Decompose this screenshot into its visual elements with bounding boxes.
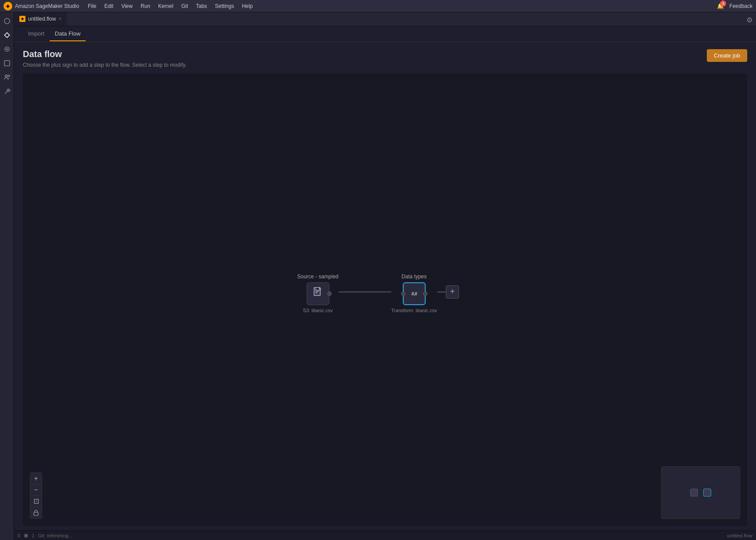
source-node-group: Source - sampled (297, 274, 339, 313)
layout: ◆ untitled.flow × ⚙ Import Data Flow Dat… (0, 12, 756, 540)
datatype-icon: #.# (411, 291, 416, 296)
source-document-icon (313, 287, 323, 300)
page-tabs: Import Data Flow (14, 26, 756, 42)
svg-rect-4 (4, 61, 10, 66)
transform-port-left (401, 292, 405, 296)
zoom-lock-button[interactable] (30, 507, 42, 518)
sidebar-icon-circle[interactable] (1, 43, 13, 55)
status-bar: 0 ▣ 1 Git: refreshing... untitled.flow (14, 530, 756, 540)
transform-port-right (423, 292, 427, 296)
svg-point-6 (8, 75, 10, 77)
source-node-label: Source - sampled (297, 274, 339, 280)
menu-tabs[interactable]: Tabs (192, 2, 210, 10)
mini-source-node (690, 489, 698, 497)
status-square: ▣ (24, 533, 28, 538)
status-one: 1 (32, 533, 34, 538)
status-filename-val: untitled.flow (727, 533, 752, 538)
status-square-val: ▣ (24, 533, 28, 538)
svg-rect-9 (315, 291, 319, 292)
zoom-in-button[interactable]: + (30, 473, 42, 484)
source-port-right (327, 292, 332, 296)
status-git-val: Git: refreshing... (38, 533, 72, 538)
tab-import[interactable]: Import (23, 27, 50, 41)
menu-bar: ◆ Amazon SageMaker Studio File Edit View… (0, 0, 756, 12)
create-job-button[interactable]: Create job (707, 49, 747, 62)
flow-diagram: Source - sampled (297, 274, 459, 313)
svg-point-3 (6, 48, 8, 50)
status-zero: 0 (18, 533, 20, 538)
menu-edit[interactable]: Edit (101, 2, 117, 10)
tab-filename: untitled.flow (28, 16, 56, 22)
menu-items: File Edit View Run Kernel Git Tabs Setti… (84, 2, 716, 10)
svg-rect-1 (4, 32, 9, 37)
add-node-button[interactable]: + (446, 285, 459, 299)
menu-help[interactable]: Help (239, 2, 257, 10)
menu-git[interactable]: Git (178, 2, 192, 10)
menu-settings[interactable]: Settings (211, 2, 237, 10)
sidebar-icon-files[interactable] (1, 57, 13, 69)
left-sidebar (0, 12, 14, 540)
menu-kernel[interactable]: Kernel (155, 2, 177, 10)
page-title: Data flow (23, 49, 187, 59)
settings-icon[interactable]: ⚙ (743, 12, 756, 26)
page-header-text: Data flow Choose the plus sign to add a … (23, 49, 187, 68)
transform-node-sub: Transform: titanic.csv (391, 308, 437, 313)
connector-stub (437, 292, 446, 292)
menu-run[interactable]: Run (137, 2, 154, 10)
file-tab[interactable]: ◆ untitled.flow × (14, 12, 67, 26)
sidebar-icon-people[interactable] (1, 71, 13, 83)
mini-transform-node (703, 489, 711, 497)
menu-file[interactable]: File (84, 2, 100, 10)
transform-node[interactable]: #.# (403, 282, 426, 305)
notification-badge: 4 (720, 0, 726, 7)
source-node-sub: S3: titanic.csv (303, 308, 333, 313)
source-node[interactable] (307, 282, 329, 305)
sidebar-icon-diamond[interactable] (1, 29, 13, 41)
main-content: ◆ untitled.flow × ⚙ Import Data Flow Dat… (14, 12, 756, 540)
page-subtitle: Choose the plus sign to add a step to th… (23, 62, 187, 68)
flow-canvas[interactable]: Source - sampled (23, 73, 747, 526)
flow-connector (339, 292, 391, 292)
status-one-val: 1 (32, 533, 34, 538)
transform-node-group: Data types #.# Transform: titanic.csv (391, 274, 437, 313)
app-logo-icon: ◆ (4, 2, 12, 11)
app-logo: ◆ Amazon SageMaker Studio (4, 2, 79, 11)
svg-rect-12 (34, 512, 38, 515)
app-title: Amazon SageMaker Studio (15, 3, 79, 9)
tab-close-button[interactable]: × (58, 16, 61, 22)
sidebar-icon-tools[interactable] (1, 85, 13, 97)
svg-point-5 (5, 75, 7, 77)
status-filename: untitled.flow (727, 533, 752, 538)
notification-bell[interactable]: 🔔 4 (716, 2, 725, 11)
status-zero-val: 0 (18, 533, 20, 538)
svg-rect-10 (315, 292, 318, 293)
status-git: Git: refreshing... (38, 533, 72, 538)
tab-bar: ◆ untitled.flow × ⚙ (14, 12, 756, 26)
svg-point-0 (4, 18, 10, 24)
zoom-out-button[interactable]: − (30, 484, 42, 496)
zoom-fit-button[interactable]: ⊡ (30, 496, 42, 507)
transform-node-label: Data types (402, 274, 427, 280)
zoom-controls: + − ⊡ (30, 472, 42, 519)
tab-data-flow[interactable]: Data Flow (50, 27, 86, 41)
page-header: Data flow Choose the plus sign to add a … (14, 42, 756, 73)
menu-right: 🔔 4 Feedback (716, 2, 752, 11)
feedback-button[interactable]: Feedback (729, 3, 752, 9)
menu-view[interactable]: View (118, 2, 136, 10)
sidebar-icon-home[interactable] (1, 15, 13, 27)
mini-map (661, 466, 740, 519)
tab-file-icon: ◆ (19, 16, 25, 22)
